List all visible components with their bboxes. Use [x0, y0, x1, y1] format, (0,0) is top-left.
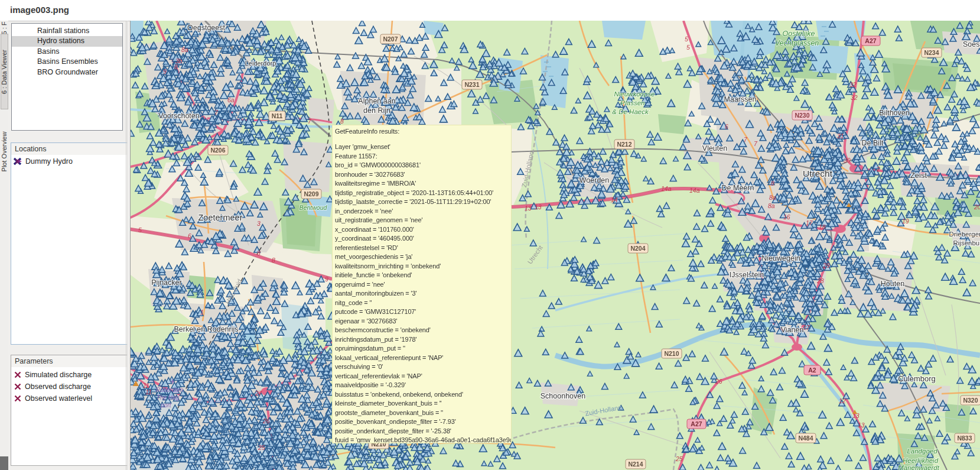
svg-text:N833: N833: [957, 435, 972, 442]
svg-text:Oegstgeest: Oegstgeest: [187, 24, 225, 32]
svg-text:9: 9: [163, 68, 167, 75]
svg-text:14: 14: [611, 196, 618, 203]
svg-text:17: 17: [806, 219, 813, 226]
svg-text:A27: A27: [691, 420, 702, 427]
svg-text:16: 16: [783, 213, 790, 221]
svg-text:8: 8: [174, 63, 178, 70]
svg-text:25: 25: [675, 455, 683, 462]
svg-text:Voorschoten: Voorschoten: [158, 112, 200, 120]
svg-text:N204: N204: [630, 245, 645, 252]
svg-text:Landgoed: Landgoed: [907, 448, 937, 455]
svg-text:N234: N234: [924, 49, 939, 56]
svg-text:30: 30: [844, 157, 851, 164]
svg-text:2: 2: [876, 166, 880, 173]
svg-text:Woerden: Woerden: [579, 176, 610, 184]
svg-text:N206: N206: [210, 147, 225, 154]
svg-text:5: 5: [686, 44, 690, 51]
svg-text:13: 13: [535, 203, 542, 210]
svg-text:20: 20: [974, 203, 980, 210]
svg-text:9: 9: [325, 275, 328, 283]
svg-text:1: 1: [200, 309, 204, 316]
svg-text:Mariënwaerdt: Mariënwaerdt: [898, 464, 939, 470]
svg-text:den Rijn: den Rijn: [363, 106, 390, 115]
svg-text:26: 26: [262, 417, 270, 424]
svg-text:29: 29: [822, 262, 830, 269]
svg-text:25: 25: [258, 444, 265, 451]
svg-text:6: 6: [188, 232, 191, 239]
svg-text:6a: 6a: [227, 96, 235, 103]
svg-text:Heerlijkheid: Heerlijkheid: [903, 457, 939, 464]
svg-text:8: 8: [340, 118, 344, 125]
svg-text:5: 5: [138, 226, 142, 234]
svg-text:✈: ✈: [170, 378, 175, 386]
svg-text:Bilthoven: Bilthoven: [879, 109, 909, 117]
svg-text:18: 18: [819, 223, 826, 231]
svg-text:N214: N214: [628, 461, 643, 468]
svg-text:3: 3: [257, 220, 261, 227]
svg-text:8: 8: [771, 180, 774, 187]
svg-text:19: 19: [902, 218, 909, 225]
svg-text:The Hag: The Hag: [157, 394, 180, 401]
svg-text:8a: 8a: [181, 46, 188, 53]
svg-text:Pijnacker: Pijnacker: [151, 278, 181, 287]
svg-text:26: 26: [715, 378, 722, 385]
svg-text:12: 12: [839, 397, 846, 404]
svg-text:& De Haeck: & De Haeck: [612, 108, 649, 115]
svg-text:8a: 8a: [768, 202, 775, 209]
svg-text:Bentwoud: Bentwoud: [299, 204, 328, 211]
svg-text:Houten: Houten: [881, 280, 904, 288]
svg-text:Zeist: Zeist: [910, 171, 927, 180]
svg-text:Vleuten: Vleuten: [702, 144, 727, 153]
svg-text:De Meern: De Meern: [722, 184, 754, 192]
svg-text:Schoonhoven: Schoonhoven: [541, 392, 586, 400]
svg-text:Leiderdorp: Leiderdorp: [245, 60, 276, 67]
svg-text:Berkel en Rodenrijs: Berkel en Rodenrijs: [174, 325, 238, 333]
svg-text:6: 6: [725, 123, 728, 130]
svg-text:N231: N231: [464, 81, 479, 88]
svg-text:Vechtplassen: Vechtplassen: [775, 39, 819, 47]
svg-text:N210: N210: [664, 350, 679, 357]
svg-text:De Bilt: De Bilt: [862, 139, 884, 147]
svg-text:32: 32: [851, 94, 858, 101]
svg-text:N230: N230: [795, 112, 809, 119]
svg-text:11: 11: [145, 388, 152, 396]
svg-text:N320: N320: [963, 397, 978, 404]
svg-text:Rotterdam: Rotterdam: [156, 387, 184, 393]
svg-text:Nieuwegein: Nieuwegein: [761, 254, 800, 262]
svg-text:A2: A2: [808, 367, 816, 374]
svg-text:28: 28: [816, 277, 824, 284]
svg-text:Soest: Soest: [963, 40, 980, 48]
svg-text:27: 27: [255, 390, 263, 397]
svg-text:N212: N212: [617, 141, 631, 148]
svg-text:14a: 14a: [689, 187, 700, 194]
svg-text:14a: 14a: [661, 185, 672, 192]
svg-text:IJsselstein: IJsselstein: [730, 271, 764, 279]
svg-text:Driebergen: Driebergen: [949, 231, 980, 238]
svg-text:8a: 8a: [769, 194, 776, 201]
svg-text:Alphen aan: Alphen aan: [358, 97, 395, 105]
svg-text:13: 13: [525, 205, 532, 212]
svg-text:13: 13: [858, 422, 865, 429]
svg-text:Oostelijke: Oostelijke: [783, 30, 815, 38]
svg-text:N11: N11: [272, 112, 283, 119]
svg-text:N209: N209: [304, 190, 318, 197]
svg-text:A27: A27: [865, 37, 876, 44]
svg-text:port: port: [160, 402, 171, 409]
svg-text:Vianen: Vianen: [781, 326, 804, 334]
svg-text:Utrecht: Utrecht: [803, 168, 833, 179]
svg-text:31: 31: [837, 132, 844, 140]
svg-text:8: 8: [257, 249, 261, 257]
svg-text:N207: N207: [383, 35, 398, 43]
svg-text:32: 32: [849, 81, 857, 88]
svg-text:Zoetermeer: Zoetermeer: [198, 213, 243, 222]
svg-text:Plassen: Plassen: [621, 99, 645, 106]
svg-text:5: 5: [685, 35, 688, 43]
svg-text:8: 8: [272, 257, 275, 264]
svg-text:N484: N484: [798, 435, 813, 442]
svg-text:Nieuwkoopse: Nieuwkoopse: [614, 90, 655, 98]
svg-text:Culemborg: Culemborg: [898, 374, 936, 383]
svg-text:Maarssen: Maarssen: [724, 95, 757, 103]
svg-text:Rijsenburg: Rijsenburg: [953, 239, 980, 247]
